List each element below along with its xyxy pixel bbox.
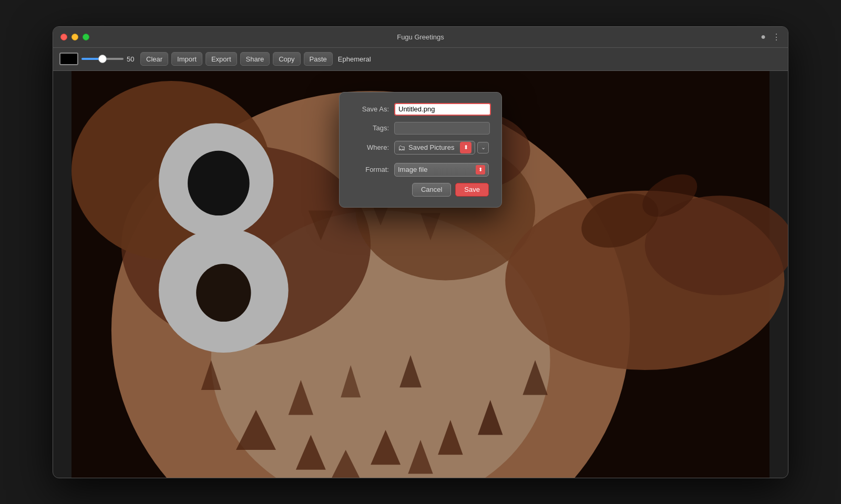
format-select[interactable]: Image file ⬍ bbox=[394, 163, 489, 177]
modal-overlay: Save As: Tags: Where: 🗂 Saved Pictures bbox=[53, 71, 788, 478]
where-arrows-icon[interactable]: ⬍ bbox=[460, 142, 471, 153]
canvas-area[interactable]: Save As: Tags: Where: 🗂 Saved Pictures bbox=[53, 71, 788, 478]
copy-button[interactable]: Copy bbox=[273, 52, 300, 66]
save-as-label: Save As: bbox=[352, 105, 389, 113]
share-button[interactable]: Share bbox=[240, 52, 270, 66]
paste-button[interactable]: Paste bbox=[304, 52, 333, 66]
format-arrow-icon: ⬍ bbox=[476, 165, 485, 174]
puzzle-icon[interactable]: ● bbox=[761, 32, 766, 42]
save-button[interactable]: Save bbox=[455, 183, 489, 197]
dialog-buttons: Cancel Save bbox=[352, 183, 489, 197]
format-value: Image file bbox=[398, 166, 427, 173]
export-button[interactable]: Export bbox=[206, 52, 237, 66]
where-select[interactable]: 🗂 Saved Pictures ⬍ bbox=[394, 141, 475, 155]
where-value: Saved Pictures bbox=[408, 143, 457, 151]
brush-color-swatch[interactable] bbox=[59, 53, 78, 65]
brush-size-slider[interactable] bbox=[81, 58, 124, 60]
maximize-button[interactable] bbox=[83, 34, 89, 40]
import-button[interactable]: Import bbox=[171, 52, 202, 66]
folder-icon: 🗂 bbox=[398, 143, 405, 152]
where-container: 🗂 Saved Pictures ⬍ ⌄ bbox=[394, 141, 489, 155]
close-button[interactable] bbox=[60, 34, 67, 40]
app-window: Fugu Greetings ● ⋮ 50 Clear Import Expor… bbox=[53, 26, 788, 478]
brush-size-container: 50 bbox=[81, 55, 137, 63]
save-as-input[interactable] bbox=[394, 103, 491, 116]
cancel-button[interactable]: Cancel bbox=[412, 183, 451, 197]
where-label: Where: bbox=[352, 143, 389, 151]
format-row: Format: Image file ⬍ bbox=[352, 163, 489, 177]
brush-size-value: 50 bbox=[127, 55, 137, 63]
ephemeral-text: Ephemeral bbox=[338, 55, 371, 63]
title-bar-actions: ● ⋮ bbox=[761, 32, 781, 42]
minimize-button[interactable] bbox=[71, 34, 78, 40]
save-as-row: Save As: bbox=[352, 103, 489, 116]
window-title: Fugu Greetings bbox=[397, 33, 444, 41]
save-dialog: Save As: Tags: Where: 🗂 Saved Pictures bbox=[339, 92, 502, 208]
tags-label: Tags: bbox=[352, 124, 389, 132]
tags-row: Tags: bbox=[352, 122, 489, 135]
title-bar: Fugu Greetings ● ⋮ bbox=[53, 27, 788, 48]
traffic-lights bbox=[60, 34, 89, 40]
where-row: Where: 🗂 Saved Pictures ⬍ ⌄ bbox=[352, 141, 489, 155]
tags-input[interactable] bbox=[394, 122, 490, 135]
toolbar: 50 Clear Import Export Share Copy Paste … bbox=[53, 48, 788, 71]
menu-icon[interactable]: ⋮ bbox=[772, 32, 781, 42]
where-expand-button[interactable]: ⌄ bbox=[477, 142, 489, 153]
clear-button[interactable]: Clear bbox=[140, 52, 168, 66]
format-label: Format: bbox=[352, 166, 389, 173]
